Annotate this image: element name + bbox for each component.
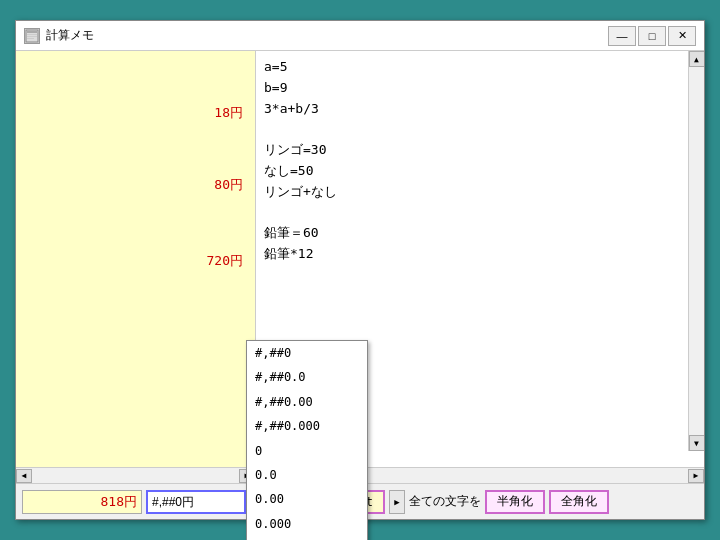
hscroll-left-track [32, 469, 239, 483]
text-line: 鉛筆*12 [264, 244, 696, 265]
title-bar: 計算メモ — □ ✕ [16, 21, 704, 51]
result-area: 18円 80円 720円 [20, 55, 251, 463]
dropdown-item-1[interactable]: #,##0 [247, 341, 367, 365]
side-arrow-button[interactable]: ▶ [389, 490, 405, 514]
format-dropdown-list[interactable]: #,##0 #,##0.0 #,##0.00 #,##0.000 0 0.0 0… [246, 340, 368, 540]
text-line: a=5 [264, 57, 696, 78]
minimize-button[interactable]: — [608, 26, 636, 46]
scroll-down-arrow[interactable]: ▼ [689, 435, 705, 451]
main-window: 計算メモ — □ ✕ 18円 80円 720円 a=5 b=9 3*a+b/3 … [15, 20, 705, 520]
text-line: b=9 [264, 78, 696, 99]
left-panel: 18円 80円 720円 [16, 51, 256, 467]
title-bar-left: 計算メモ [24, 27, 94, 44]
text-line: なし=50 [264, 161, 696, 182]
svg-rect-3 [27, 36, 37, 37]
window-title: 計算メモ [46, 27, 94, 44]
hscroll-right-arrow2[interactable]: ▶ [688, 469, 704, 483]
text-line: リンゴ=30 [264, 140, 696, 161]
text-line: 3*a+b/3 [264, 99, 696, 120]
total-display: 818円 [22, 490, 142, 514]
all-chars-label: 全ての文字を [409, 493, 481, 510]
dropdown-item-7[interactable]: 0.00 [247, 487, 367, 511]
window-controls: — □ ✕ [608, 26, 696, 46]
close-button[interactable]: ✕ [668, 26, 696, 46]
text-line [264, 203, 696, 224]
hscroll-left-arrow[interactable]: ◀ [16, 469, 32, 483]
dropdown-item-9[interactable]: ¥#,##0 [247, 536, 367, 540]
result-18: 18円 [214, 103, 247, 123]
app-icon [24, 28, 40, 44]
dropdown-item-6[interactable]: 0.0 [247, 463, 367, 487]
zenkaku-button[interactable]: 全角化 [549, 490, 609, 514]
svg-rect-2 [27, 34, 37, 35]
dropdown-item-4[interactable]: #,##0.000 [247, 414, 367, 438]
dropdown-item-8[interactable]: 0.000 [247, 512, 367, 536]
svg-rect-1 [27, 31, 37, 33]
left-hscroll[interactable]: ◀ ▶ [16, 469, 256, 483]
result-80: 80円 [214, 175, 247, 195]
vertical-scrollbar[interactable]: ▲ ▼ [688, 51, 704, 451]
scroll-up-arrow[interactable]: ▲ [689, 51, 705, 67]
side-arrow-icon: ▶ [394, 497, 399, 507]
format-select[interactable]: #,##0円 [146, 490, 246, 514]
dropdown-item-3[interactable]: #,##0.00 [247, 390, 367, 414]
text-line [264, 119, 696, 140]
text-line: リンゴ+なし [264, 182, 696, 203]
maximize-button[interactable]: □ [638, 26, 666, 46]
dropdown-item-5[interactable]: 0 [247, 439, 367, 463]
hankaku-button[interactable]: 半角化 [485, 490, 545, 514]
svg-rect-4 [27, 38, 34, 39]
text-line: 鉛筆＝60 [264, 223, 696, 244]
result-720: 720円 [207, 251, 247, 271]
dropdown-item-2[interactable]: #,##0.0 [247, 365, 367, 389]
